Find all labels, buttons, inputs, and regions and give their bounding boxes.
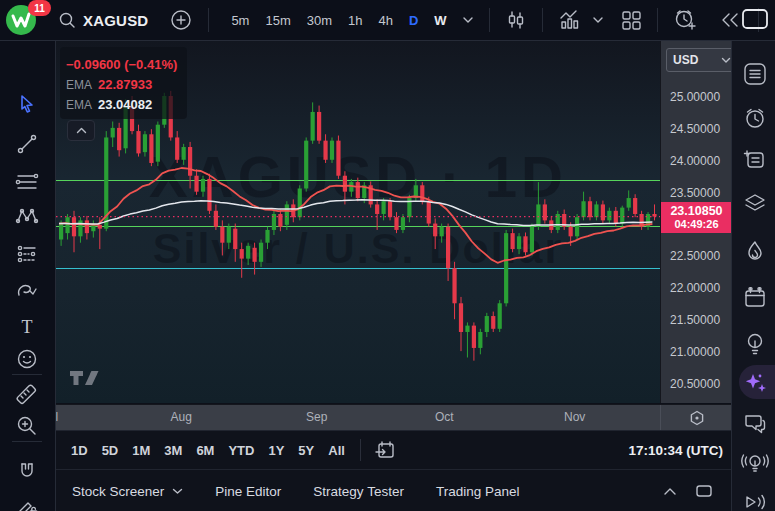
notes-button[interactable] <box>739 145 771 175</box>
chart-pane[interactable]: XAGUSD · 1D Silver / U.S. Dollar −0.0960… <box>56 41 660 403</box>
divider <box>208 8 209 32</box>
bottom-panel-bar: Stock Screener Pine Editor Strategy Test… <box>56 469 731 511</box>
range-6m[interactable]: 6M <box>189 439 221 462</box>
emoji-tool[interactable] <box>11 344 43 374</box>
calendar-button[interactable] <box>739 283 771 313</box>
range-3m[interactable]: 3M <box>157 439 189 462</box>
price-tick-label: 22.50000 <box>661 249 732 263</box>
last-price-badge: 23.10850 04:49:26 <box>661 202 732 233</box>
chevron-down-icon <box>462 16 474 24</box>
fib-retracement-tool[interactable] <box>11 167 43 197</box>
alert-clock-icon <box>673 8 699 32</box>
ema-slow-row[interactable]: EMA 23.04082 <box>66 98 177 111</box>
stock-screener-tab[interactable]: Stock Screener <box>72 484 183 499</box>
timeframe-30m[interactable]: 30m <box>301 9 338 32</box>
compare-add-button[interactable] <box>164 5 198 35</box>
streams-button[interactable] <box>739 449 771 479</box>
divider <box>489 8 490 32</box>
divider <box>12 441 42 442</box>
month-tick-label: Sep <box>306 410 327 424</box>
top-toolbar: 11 XAGUSD 5m 15m 30m 1h 4h D W <box>0 0 775 41</box>
timeframe-15m[interactable]: 15m <box>259 9 296 32</box>
drawing-toolbar: T <box>0 41 56 511</box>
broker-logo[interactable]: 11 <box>0 0 46 40</box>
xabcd-pattern-tool[interactable] <box>11 201 43 231</box>
fullscreen-button[interactable] <box>741 8 769 30</box>
last-price-value: 23.10850 <box>661 204 732 218</box>
price-tick-label: 20.50000 <box>661 377 732 391</box>
price-tick-label: 24.50000 <box>661 122 732 136</box>
timeframe-1w[interactable]: W <box>428 9 452 32</box>
indicators-icon <box>558 9 582 31</box>
symbol-search[interactable]: XAGUSD <box>58 11 148 29</box>
strategy-tester-tab[interactable]: Strategy Tester <box>313 484 404 499</box>
zoom-in-tool[interactable] <box>11 411 43 441</box>
timeframe-5m[interactable]: 5m <box>225 9 255 32</box>
chat-button[interactable] <box>739 409 771 439</box>
range-ytd[interactable]: YTD <box>221 439 261 462</box>
symbol-change-row[interactable]: −0.09600 (−0.41%) <box>66 58 177 71</box>
text-tool[interactable]: T <box>11 312 43 342</box>
indicator-templates-button[interactable] <box>587 13 609 27</box>
maximize-panel-button[interactable] <box>695 484 713 498</box>
object-tree-button[interactable] <box>739 189 771 219</box>
month-tick-label: Oct <box>435 410 454 424</box>
brush-tool[interactable] <box>11 275 43 305</box>
price-change: −0.09600 (−0.41%) <box>66 58 177 71</box>
trend-line-tool[interactable] <box>11 129 43 159</box>
cursor-tool[interactable] <box>11 89 43 119</box>
date-range-bar: 1D 5D 1M 3M 6M YTD 1Y 5Y All 17:10:34 (U… <box>56 430 731 469</box>
divider <box>12 374 42 375</box>
lock-drawings-tool[interactable] <box>11 493 43 511</box>
alerts-button[interactable] <box>739 103 771 133</box>
currency-selector[interactable]: USD <box>666 48 738 72</box>
pine-editor-tab[interactable]: Pine Editor <box>215 484 281 499</box>
time-axis[interactable]: JulAugSepOctNov <box>56 404 731 430</box>
range-all[interactable]: All <box>321 439 352 462</box>
tradingview-logo[interactable] <box>69 369 105 387</box>
ema-fast-value: 22.87933 <box>98 78 152 91</box>
month-tick-label: Nov <box>564 410 585 424</box>
axis-settings-corner[interactable] <box>660 405 731 430</box>
range-1m[interactable]: 1M <box>125 439 157 462</box>
indicators-button[interactable] <box>553 6 587 34</box>
ideas-button[interactable] <box>739 329 771 359</box>
range-1y[interactable]: 1Y <box>261 439 291 462</box>
timeframe-1h[interactable]: 1h <box>342 9 368 32</box>
go-to-date-button[interactable] <box>369 437 401 463</box>
ema-fast-row[interactable]: EMA 22.87933 <box>66 78 177 91</box>
price-tick-label: 21.00000 <box>661 345 732 359</box>
price-axis[interactable]: USD 23.10850 04:49:26 25.0000024.5000024… <box>660 41 732 403</box>
range-5d[interactable]: 5D <box>95 439 126 462</box>
chevron-down-icon <box>592 16 604 24</box>
timeframe-1d[interactable]: D <box>403 9 424 32</box>
ai-assistant-button[interactable] <box>739 369 771 399</box>
live-streams-button[interactable] <box>739 487 771 511</box>
timeframe-dropdown-button[interactable] <box>457 13 479 27</box>
grid-layout-icon <box>620 9 642 31</box>
hotlists-button[interactable] <box>739 237 771 267</box>
expand-panel-button[interactable] <box>663 487 677 496</box>
chart-type-button[interactable] <box>500 6 532 34</box>
ruler-tool[interactable] <box>11 381 43 411</box>
currency-label: USD <box>673 53 698 67</box>
price-tick-label: 21.50000 <box>661 313 732 327</box>
create-alert-button[interactable] <box>668 5 704 35</box>
candles-layer <box>59 91 657 361</box>
legend-collapse-button[interactable] <box>67 120 95 141</box>
notification-badge: 11 <box>28 0 51 16</box>
timeframe-4h[interactable]: 4h <box>373 9 399 32</box>
forecast-tool[interactable] <box>11 239 43 269</box>
watchlist-button[interactable] <box>739 59 771 89</box>
right-panel-toolbar <box>731 41 775 511</box>
fullscreen-icon <box>741 8 769 30</box>
layout-grid-button[interactable] <box>615 6 647 34</box>
undo-button[interactable] <box>769 7 775 33</box>
trading-panel-tab[interactable]: Trading Panel <box>436 484 520 499</box>
range-1d[interactable]: 1D <box>64 439 95 462</box>
magnet-tool[interactable] <box>11 457 43 487</box>
range-5y[interactable]: 5Y <box>291 439 321 462</box>
price-tick-label: 24.00000 <box>661 154 732 168</box>
chevron-up-icon <box>76 127 87 134</box>
clock-utc[interactable]: 17:10:34 (UTC) <box>628 443 723 458</box>
